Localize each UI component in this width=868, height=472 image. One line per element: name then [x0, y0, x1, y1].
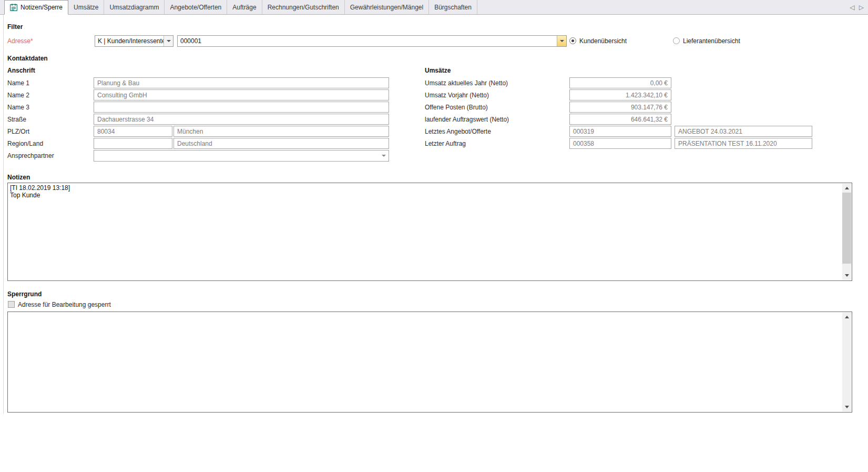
tab-notizen-sperre[interactable]: Notizen/Sperre: [4, 0, 68, 15]
sperrgrund-textarea[interactable]: [7, 312, 852, 413]
strasse-label: Straße: [7, 116, 26, 123]
ansprechpartner-label: Ansprechpartner: [7, 152, 54, 159]
tab-label: Bürgschaften: [434, 4, 472, 11]
offene-posten-field: 903.147,76 €: [569, 102, 671, 113]
tab-label: Aufträge: [232, 4, 256, 11]
tab-label: Gewährleistungen/Mängel: [350, 4, 423, 11]
scroll-down-button[interactable]: [842, 271, 851, 280]
umsatz-vorjahr-field: 1.423.342,10 €: [569, 89, 671, 101]
arrow-down-icon: [845, 406, 849, 408]
auftragswert-label: laufender Auftragswert (Netto): [425, 116, 509, 123]
notes-icon: [10, 4, 17, 11]
tab-scroll-nav: ◁ ▷: [850, 0, 864, 15]
arrow-up-icon: [845, 316, 849, 318]
name3-label: Name 3: [7, 104, 29, 111]
umsatz-aktuell-label: Umsatz aktuelles Jahr (Netto): [425, 79, 508, 87]
strasse-field[interactable]: Dachauerstrasse 34: [94, 114, 389, 125]
arrow-up-icon: [845, 187, 849, 189]
scroll-up-button[interactable]: [842, 184, 851, 193]
tab-rechnungen-gutschriften[interactable]: Rechnungen/Gutschriften: [262, 0, 345, 14]
dropdown-button[interactable]: [557, 36, 566, 46]
kundenuebersicht-radio[interactable]: [569, 37, 576, 44]
letzter-auftrag-text-field: PRÄSENTATION TEST 16.11.2020: [675, 138, 812, 149]
lieferantenuebersicht-radio[interactable]: [673, 37, 680, 44]
tab-umsaetze[interactable]: Umsätze: [68, 0, 104, 14]
app-window: Notizen/Sperre Umsätze Umsatzdiagramm An…: [0, 0, 868, 472]
tab-bar: Notizen/Sperre Umsätze Umsatzdiagramm An…: [0, 0, 868, 15]
chevron-down-icon: [560, 40, 564, 42]
lieferantenuebersicht-radio-label: Lieferantenübersicht: [683, 37, 740, 45]
tab-buergschaften[interactable]: Bürgschaften: [429, 0, 477, 14]
adresse-type-value: K | Kunden/Interessenten: [95, 37, 164, 45]
umsatz-aktuell-field: 0,00 €: [569, 77, 671, 88]
adresse-number-value: 000001: [178, 37, 557, 45]
tab-label: Umsätze: [74, 4, 98, 11]
region-field[interactable]: [94, 138, 172, 149]
name3-field[interactable]: [94, 102, 389, 113]
adresse-gesperrt-checkbox[interactable]: [8, 301, 15, 308]
filter-heading: Filter: [7, 23, 23, 31]
tab-scroll-left-icon[interactable]: ◁: [850, 4, 855, 11]
letzter-auftrag-nummer-field: 000358: [569, 138, 671, 149]
tab-label: Rechnungen/Gutschriften: [268, 4, 339, 11]
letztes-angebot-text-field: ANGEBOT 24.03.2021: [675, 126, 812, 137]
tab-label: Notizen/Sperre: [21, 4, 63, 11]
name2-field[interactable]: Consulting GmbH: [94, 89, 389, 101]
region-land-label: Region/Land: [7, 140, 43, 147]
scroll-down-button[interactable]: [842, 403, 851, 411]
kundenuebersicht-radio-label: Kundenübersicht: [579, 37, 627, 45]
tab-angebote-offerten[interactable]: Angebote/Offerten: [165, 0, 227, 14]
name1-field[interactable]: Planung & Bau: [94, 77, 389, 88]
chevron-down-icon: [382, 155, 386, 157]
notizen-textarea[interactable]: [TI 18.02.2019 13:18] Top Kunde: [7, 183, 852, 281]
chevron-down-icon: [167, 40, 171, 42]
tab-auftraege[interactable]: Aufträge: [227, 0, 262, 14]
ansprechpartner-select[interactable]: [94, 150, 389, 162]
ort-field[interactable]: München: [173, 126, 389, 137]
plz-field[interactable]: 80034: [94, 126, 172, 137]
land-field[interactable]: Deutschland: [173, 138, 389, 149]
notizen-scrollbar[interactable]: [842, 184, 851, 280]
adresse-number-select[interactable]: 000001: [177, 35, 567, 47]
offene-posten-label: Offene Posten (Brutto): [425, 104, 488, 111]
tab-umsatzdiagramm[interactable]: Umsatzdiagramm: [104, 0, 165, 14]
plz-ort-label: PLZ/Ort: [7, 128, 29, 135]
letztes-angebot-nummer-field: 000319: [569, 126, 671, 137]
scroll-up-button[interactable]: [842, 313, 851, 322]
dropdown-button[interactable]: [164, 36, 173, 46]
umsatz-vorjahr-label: Umsatz Vorjahr (Netto): [425, 92, 489, 99]
kontaktdaten-heading: Kontaktdaten: [7, 55, 48, 62]
adresse-gesperrt-checkbox-label: Adresse für Bearbeitung gesperrt: [18, 301, 111, 308]
letztes-angebot-label: Letztes Angebot/Offerte: [425, 128, 491, 135]
tab-label: Umsatzdiagramm: [109, 4, 159, 11]
notizen-heading: Notizen: [7, 174, 30, 181]
notizen-text: [TI 18.02.2019 13:18] Top Kunde: [10, 184, 840, 279]
letzter-auftrag-label: Letzter Auftrag: [425, 140, 466, 147]
dropdown-button[interactable]: [379, 150, 389, 161]
name1-label: Name 1: [7, 79, 29, 87]
sperrgrund-scrollbar[interactable]: [842, 313, 851, 411]
auftragswert-field: 646.641,32 €: [569, 114, 671, 125]
sperrgrund-heading: Sperrgrund: [7, 290, 42, 298]
tab-scroll-right-icon[interactable]: ▷: [859, 4, 864, 11]
adresse-type-select[interactable]: K | Kunden/Interessenten: [95, 35, 173, 47]
scrollbar-thumb[interactable]: [842, 193, 851, 264]
tab-gewaehrleistungen-maengel[interactable]: Gewährleistungen/Mängel: [345, 0, 429, 14]
tab-label: Angebote/Offerten: [170, 4, 221, 11]
arrow-down-icon: [845, 274, 849, 277]
umsaetze-heading: Umsätze: [425, 67, 451, 74]
panel-left-edge: [3, 15, 4, 414]
adresse-label: Adresse*: [7, 37, 33, 45]
sperrgrund-text: [10, 313, 840, 411]
anschrift-heading: Anschrift: [7, 67, 35, 74]
name2-label: Name 2: [7, 92, 29, 99]
